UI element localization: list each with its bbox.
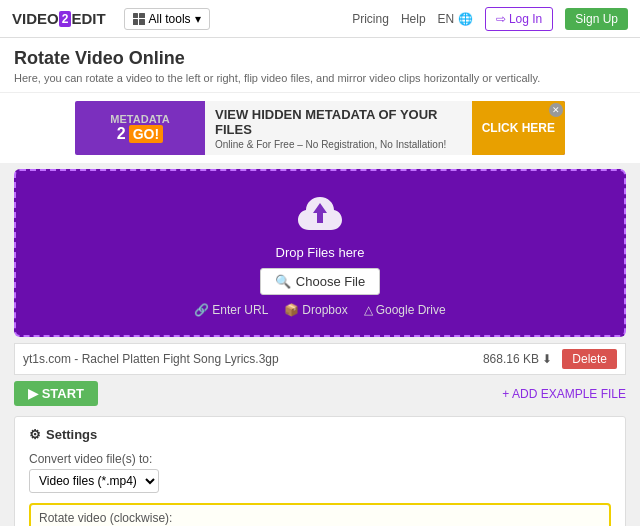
rotate-label: Rotate video (clockwise): — [39, 511, 601, 525]
delete-button[interactable]: Delete — [562, 349, 617, 369]
start-icon-top: ▶ — [28, 386, 42, 401]
file-name: yt1s.com - Rachel Platten Fight Song Lyr… — [23, 352, 483, 366]
ad-banner: METADATA 2 GO! VIEW HIDDEN METADATA OF Y… — [0, 93, 640, 163]
logo-edit: EDIT — [71, 10, 105, 27]
help-link[interactable]: Help — [401, 12, 426, 26]
add-example-link[interactable]: + ADD EXAMPLE FILE — [502, 387, 626, 401]
chevron-down-icon: ▾ — [195, 12, 201, 26]
ad-inner: METADATA 2 GO! VIEW HIDDEN METADATA OF Y… — [75, 101, 565, 155]
ad-center-title: VIEW HIDDEN METADATA OF YOUR FILES — [215, 107, 462, 137]
all-tools-label: All tools — [149, 12, 191, 26]
all-tools-button[interactable]: All tools ▾ — [124, 8, 210, 30]
ad-center: VIEW HIDDEN METADATA OF YOUR FILES Onlin… — [205, 101, 472, 155]
login-icon: ⇨ — [496, 12, 506, 26]
dropbox-icon: 📦 — [284, 303, 299, 317]
file-size: 868.16 KB ⬇ — [483, 352, 552, 366]
upload-dropzone[interactable]: Drop Files here 🔍 Choose File 🔗 Enter UR… — [14, 169, 626, 337]
drive-icon: △ — [364, 303, 373, 317]
settings-title: ⚙ Settings — [29, 427, 611, 442]
drop-files-text: Drop Files here — [276, 245, 365, 260]
search-icon: 🔍 — [275, 274, 291, 289]
language-selector[interactable]: EN 🌐 — [438, 12, 473, 26]
logo-video: VIDEO — [12, 10, 59, 27]
ad-center-sub: Online & For Free – No Registration, No … — [215, 139, 462, 150]
ad-left: METADATA 2 GO! — [75, 113, 205, 143]
google-drive-link[interactable]: △ Google Drive — [364, 303, 446, 317]
start-button-top[interactable]: ▶ START — [14, 381, 98, 406]
ad-close-button[interactable]: ✕ — [549, 103, 563, 117]
choose-file-button[interactable]: 🔍 Choose File — [260, 268, 380, 295]
gear-icon: ⚙ — [29, 427, 41, 442]
dropbox-link[interactable]: 📦 Dropbox — [284, 303, 347, 317]
nav-tools: All tools ▾ — [124, 8, 210, 30]
header: VIDEO2EDIT All tools ▾ Pricing Help EN 🌐… — [0, 0, 640, 38]
action-row: ▶ START + ADD EXAMPLE FILE — [0, 375, 640, 412]
page-subtitle: Here, you can rotate a video to the left… — [14, 72, 626, 84]
choose-file-label: Choose File — [296, 274, 365, 289]
ad-logo-text: 2 — [117, 125, 126, 143]
rotate-row: Rotate video (clockwise): no change 90° … — [29, 503, 611, 526]
login-label: Log In — [509, 12, 542, 26]
logo-2: 2 — [59, 11, 72, 27]
pricing-link[interactable]: Pricing — [352, 12, 389, 26]
download-icon: ⬇ — [542, 352, 552, 366]
upload-cloud-icon — [295, 189, 345, 239]
settings-box: ⚙ Settings Convert video file(s) to: Vid… — [14, 416, 626, 526]
convert-label: Convert video file(s) to: — [29, 452, 611, 466]
link-icon: 🔗 — [194, 303, 209, 317]
signup-button[interactable]: Sign Up — [565, 8, 628, 30]
convert-select[interactable]: Video files (*.mp4) AVI MOV MKV — [29, 469, 159, 493]
ad-2: GO! — [129, 125, 163, 143]
nav-right: Pricing Help EN 🌐 ⇨ Log In Sign Up — [352, 7, 628, 31]
upload-links: 🔗 Enter URL 📦 Dropbox △ Google Drive — [194, 303, 445, 317]
convert-row: Convert video file(s) to: Video files (*… — [29, 452, 611, 493]
file-row: yt1s.com - Rachel Platten Fight Song Lyr… — [14, 343, 626, 375]
upload-section: Drop Files here 🔍 Choose File 🔗 Enter UR… — [0, 163, 640, 343]
grid-icon — [133, 13, 145, 25]
page-title: Rotate Video Online — [14, 48, 626, 69]
enter-url-link[interactable]: 🔗 Enter URL — [194, 303, 268, 317]
logo: VIDEO2EDIT — [12, 10, 106, 27]
login-button[interactable]: ⇨ Log In — [485, 7, 554, 31]
page-header: Rotate Video Online Here, you can rotate… — [0, 38, 640, 93]
